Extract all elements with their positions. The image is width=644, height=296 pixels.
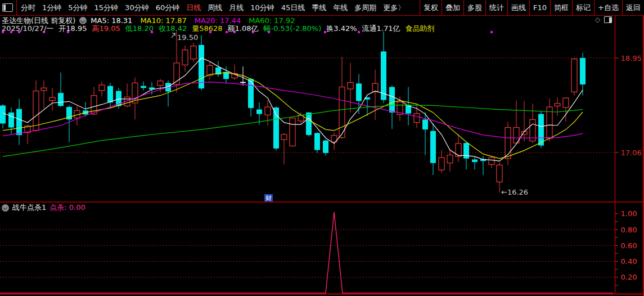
- toolbar-button-9[interactable]: +自选: [594, 0, 622, 15]
- period-tab-15[interactable]: 更多〉: [383, 0, 405, 15]
- quote-high: 高19.05: [92, 24, 120, 34]
- candlestick-series: [0, 30, 586, 192]
- news-marker: 财: [264, 194, 273, 202]
- toolbar-button-1[interactable]: 复权: [420, 0, 442, 15]
- quote-volume: 量58628: [192, 24, 222, 34]
- indicator-sub-chart[interactable]: 1.000.800.600.400.20: [0, 203, 644, 296]
- chart-corner-icons: ◇: [595, 16, 612, 23]
- svg-text:1.00: 1.00: [621, 209, 637, 218]
- period-tab-10[interactable]: 10分钟: [250, 0, 274, 15]
- toolbar-button-10[interactable]: 返回: [622, 0, 644, 15]
- svg-text:0.60: 0.60: [621, 241, 637, 250]
- toolbar-left: [0, 0, 19, 15]
- svg-text:0.20: 0.20: [621, 273, 637, 281]
- period-tab-7[interactable]: 日线: [186, 0, 201, 15]
- quote-close: 收18.42: [159, 24, 187, 34]
- diamond-icon[interactable]: ◇: [595, 16, 600, 23]
- period-tab-5[interactable]: 30分钟: [125, 0, 149, 15]
- svg-text:←16.26: ←16.26: [501, 188, 528, 196]
- quote-change: 幅-0.53(-2.80%): [264, 24, 322, 34]
- quote-date: 2025/10/27/一: [2, 24, 53, 34]
- period-tab-12[interactable]: 季线: [312, 0, 326, 15]
- indicator-title-row: 战牛点杀1 点杀: 0.00: [2, 204, 85, 212]
- toolbar-button-6[interactable]: F10: [529, 0, 550, 15]
- svg-text:0.80: 0.80: [621, 226, 637, 234]
- main-price-chart[interactable]: 18.9517.0619.50←16.26财: [0, 16, 644, 203]
- period-tab-6[interactable]: 60分钟: [156, 0, 180, 15]
- period-tab-11[interactable]: 45日线: [281, 0, 305, 15]
- collapse-chevron-icon[interactable]: [2, 204, 9, 212]
- period-tab-9[interactable]: 月线: [229, 0, 244, 15]
- toolbar-button-8[interactable]: 标记: [572, 0, 594, 15]
- layout-grid-icon[interactable]: [2, 3, 13, 12]
- period-tabs: 分时1分钟5分钟15分钟30分钟60分钟日线周线月线10分钟45日线季线年线多周…: [19, 0, 405, 15]
- toolbar-button-3[interactable]: 多股: [463, 0, 485, 15]
- high-annotation: 19.50: [172, 33, 198, 42]
- indicator-value-label: 点杀: 0.00: [49, 203, 85, 213]
- svg-text:财: 财: [265, 195, 272, 202]
- indicator-name[interactable]: 战牛点杀1: [12, 203, 46, 213]
- period-tab-8[interactable]: 周线: [208, 0, 222, 15]
- trading-terminal: 分时1分钟5分钟15分钟30分钟60分钟日线周线月线10分钟45日线季线年线多周…: [0, 0, 644, 296]
- period-tab-14[interactable]: 多周期: [354, 0, 376, 15]
- toolbar-button-2[interactable]: 叠加: [442, 0, 463, 15]
- indicator-gridlines: [0, 230, 615, 277]
- toolbar-divider: [16, 0, 17, 15]
- indicator-line: [0, 212, 613, 293]
- toolbar-button-5[interactable]: 画线: [507, 0, 529, 15]
- quote-open: 开18.95: [58, 24, 87, 34]
- period-tab-1[interactable]: 分时: [21, 0, 35, 15]
- quote-values: 开18.95高19.05低18.20收18.42量58628额1.08亿幅-0.…: [58, 24, 400, 34]
- indicator-axis: 1.000.800.600.400.20: [615, 209, 637, 285]
- period-tab-2[interactable]: 1分钟: [42, 0, 61, 15]
- period-tab-3[interactable]: 5分钟: [68, 0, 87, 15]
- quote-amount: 额1.08亿: [228, 24, 259, 34]
- toolbar-buttons: 复权叠加多股统计画线F10简框标记+自选返回: [420, 0, 644, 15]
- quote-float: 流通1.71亿: [362, 24, 400, 34]
- quote-turnover: 换3.42%: [326, 24, 357, 34]
- svg-text:18.95: 18.95: [621, 54, 642, 62]
- period-tab-13[interactable]: 年线: [333, 0, 348, 15]
- low-annotation: ←16.26: [501, 188, 528, 196]
- toolbar-button-7[interactable]: 简框: [550, 0, 572, 15]
- industry-tag[interactable]: 食品助剂: [406, 24, 435, 34]
- quote-row: 2025/10/27/一 开18.95高19.05低18.20收18.42量58…: [2, 25, 435, 33]
- top-toolbar: 分时1分钟5分钟15分钟30分钟60分钟日线周线月线10分钟45日线季线年线多周…: [0, 0, 644, 16]
- split-window-icon[interactable]: [604, 16, 612, 23]
- quote-low: 低18.20: [125, 24, 154, 34]
- toolbar-button-4[interactable]: 统计: [485, 0, 507, 15]
- svg-text:0.40: 0.40: [621, 257, 637, 266]
- svg-text:19.50: 19.50: [177, 33, 198, 42]
- period-tab-4[interactable]: 15分钟: [94, 0, 119, 15]
- svg-text:17.06: 17.06: [621, 149, 642, 157]
